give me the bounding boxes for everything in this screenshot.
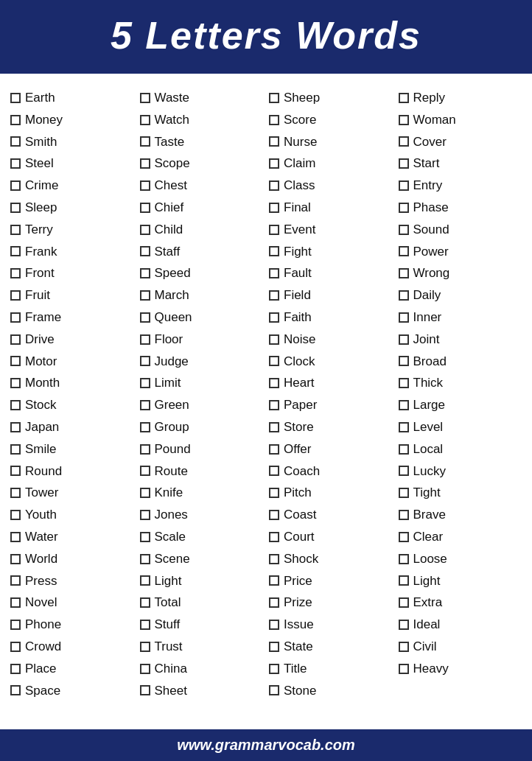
checkbox-icon[interactable] [140,620,150,630]
checkbox-icon[interactable] [140,510,150,520]
checkbox-icon[interactable] [140,93,150,103]
checkbox-icon[interactable] [140,203,150,213]
checkbox-icon[interactable] [269,246,279,256]
checkbox-icon[interactable] [399,422,409,432]
checkbox-icon[interactable] [10,510,21,520]
checkbox-icon[interactable] [140,180,150,191]
checkbox-icon[interactable] [269,685,279,695]
checkbox-icon[interactable] [10,93,21,103]
checkbox-icon[interactable] [269,422,279,432]
checkbox-icon[interactable] [10,136,21,147]
checkbox-icon[interactable] [399,510,409,520]
checkbox-icon[interactable] [140,466,150,476]
checkbox-icon[interactable] [140,554,150,564]
checkbox-icon[interactable] [269,136,279,147]
checkbox-icon[interactable] [269,378,279,388]
checkbox-icon[interactable] [269,158,279,169]
checkbox-icon[interactable] [10,203,21,213]
checkbox-icon[interactable] [269,597,279,608]
checkbox-icon[interactable] [10,158,21,169]
checkbox-icon[interactable] [269,268,279,278]
checkbox-icon[interactable] [10,664,21,674]
checkbox-icon[interactable] [140,290,150,301]
checkbox-icon[interactable] [399,180,409,191]
checkbox-icon[interactable] [399,400,409,410]
checkbox-icon[interactable] [10,180,21,191]
checkbox-icon[interactable] [269,444,279,455]
checkbox-icon[interactable] [140,444,150,455]
checkbox-icon[interactable] [269,203,279,213]
checkbox-icon[interactable] [269,180,279,191]
checkbox-icon[interactable] [10,356,21,366]
checkbox-icon[interactable] [399,246,409,256]
checkbox-icon[interactable] [269,356,279,366]
checkbox-icon[interactable] [10,246,21,256]
checkbox-icon[interactable] [10,642,21,652]
checkbox-icon[interactable] [399,290,409,301]
checkbox-icon[interactable] [140,158,150,169]
checkbox-icon[interactable] [399,115,409,125]
checkbox-icon[interactable] [269,93,279,103]
checkbox-icon[interactable] [140,575,150,586]
checkbox-icon[interactable] [140,334,150,345]
checkbox-icon[interactable] [269,334,279,345]
checkbox-icon[interactable] [399,642,409,652]
checkbox-icon[interactable] [269,620,279,630]
checkbox-icon[interactable] [399,554,409,564]
checkbox-icon[interactable] [399,312,409,323]
checkbox-icon[interactable] [140,664,150,674]
checkbox-icon[interactable] [269,532,279,542]
checkbox-icon[interactable] [399,488,409,498]
checkbox-icon[interactable] [399,334,409,345]
checkbox-icon[interactable] [140,136,150,147]
checkbox-icon[interactable] [269,466,279,476]
checkbox-icon[interactable] [269,554,279,564]
checkbox-icon[interactable] [399,136,409,147]
checkbox-icon[interactable] [10,268,21,278]
checkbox-icon[interactable] [140,488,150,498]
checkbox-icon[interactable] [269,312,279,323]
checkbox-icon[interactable] [140,115,150,125]
checkbox-icon[interactable] [140,246,150,256]
checkbox-icon[interactable] [10,532,21,542]
checkbox-icon[interactable] [269,290,279,301]
checkbox-icon[interactable] [140,268,150,278]
checkbox-icon[interactable] [269,115,279,125]
checkbox-icon[interactable] [140,400,150,410]
checkbox-icon[interactable] [10,575,21,586]
checkbox-icon[interactable] [10,466,21,476]
checkbox-icon[interactable] [269,575,279,586]
checkbox-icon[interactable] [140,642,150,652]
checkbox-icon[interactable] [399,356,409,366]
checkbox-icon[interactable] [140,532,150,542]
checkbox-icon[interactable] [399,532,409,542]
checkbox-icon[interactable] [269,664,279,674]
checkbox-icon[interactable] [140,312,150,323]
checkbox-icon[interactable] [10,597,21,608]
checkbox-icon[interactable] [399,203,409,213]
checkbox-icon[interactable] [10,488,21,498]
checkbox-icon[interactable] [140,225,150,235]
checkbox-icon[interactable] [399,268,409,278]
checkbox-icon[interactable] [269,225,279,235]
checkbox-icon[interactable] [399,620,409,630]
checkbox-icon[interactable] [399,575,409,586]
checkbox-icon[interactable] [10,400,21,410]
checkbox-icon[interactable] [269,400,279,410]
checkbox-icon[interactable] [399,158,409,169]
checkbox-icon[interactable] [399,597,409,608]
checkbox-icon[interactable] [10,312,21,323]
checkbox-icon[interactable] [10,115,21,125]
checkbox-icon[interactable] [10,685,21,695]
checkbox-icon[interactable] [10,290,21,301]
checkbox-icon[interactable] [10,620,21,630]
checkbox-icon[interactable] [399,664,409,674]
checkbox-icon[interactable] [399,466,409,476]
checkbox-icon[interactable] [10,378,21,388]
checkbox-icon[interactable] [140,685,150,695]
checkbox-icon[interactable] [10,225,21,235]
checkbox-icon[interactable] [269,642,279,652]
checkbox-icon[interactable] [399,444,409,455]
checkbox-icon[interactable] [10,444,21,455]
checkbox-icon[interactable] [140,422,150,432]
